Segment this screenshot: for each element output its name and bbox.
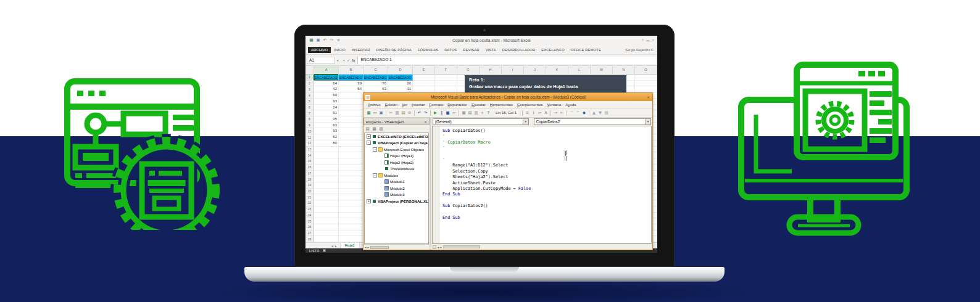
cell-a21[interactable] — [314, 194, 339, 200]
cell-b13[interactable] — [339, 147, 363, 153]
select-all-corner[interactable] — [305, 66, 314, 75]
cell-b8[interactable] — [339, 116, 363, 123]
project-hscrollbar[interactable]: ◂▸ — [363, 244, 430, 250]
uncomment-block-icon[interactable]: ” — [575, 110, 581, 116]
cut-icon[interactable]: ✂ — [388, 110, 394, 116]
cell-a14[interactable] — [314, 152, 339, 158]
cell-b16[interactable] — [339, 165, 363, 171]
cell-c2[interactable]: 76 — [363, 81, 388, 87]
vba-menu-depuraci-n[interactable]: Depuración — [447, 102, 467, 107]
cell-f1[interactable] — [435, 75, 457, 81]
vba-menu-ver[interactable]: Ver — [402, 102, 407, 107]
sheet-next-icon[interactable]: ▸ — [335, 244, 337, 248]
dropdown-arrow-icon[interactable]: ▾ — [645, 119, 650, 124]
cell-b17[interactable] — [339, 171, 363, 177]
collapse-icon[interactable]: - — [373, 173, 377, 178]
vba-menu-formato[interactable]: Formato — [429, 102, 443, 107]
cell-a19[interactable] — [314, 182, 339, 189]
view-object-icon[interactable]: ▦ — [372, 126, 377, 132]
column-header-l[interactable]: L — [568, 66, 591, 75]
tree-item-m-dulo1[interactable]: Módulo1 — [365, 179, 428, 186]
cell-b20[interactable] — [339, 189, 363, 195]
cell-a26[interactable] — [314, 224, 339, 231]
code-hscrollbar[interactable]: ◂▸ — [431, 243, 652, 250]
cell-a11[interactable]: 52 — [314, 134, 339, 141]
list-properties-icon[interactable]: ≡ — [525, 110, 530, 116]
row-header-4[interactable]: 4 — [305, 92, 314, 99]
insert-userform-icon[interactable]: ▭ — [372, 110, 378, 116]
copy-icon[interactable]: ▥ — [394, 110, 400, 116]
row-header-15[interactable]: 15 — [305, 158, 314, 165]
break-icon[interactable]: ‖ — [439, 110, 444, 116]
project-explorer-icon[interactable]: ▦ — [461, 110, 467, 116]
ribbon-tab-exceleinfo[interactable]: EXCELeINFO — [538, 47, 567, 53]
cell-a20[interactable] — [314, 189, 339, 195]
cell-o2[interactable] — [635, 81, 657, 87]
quick-info-icon[interactable]: i — [531, 110, 536, 116]
column-header-f[interactable]: F — [435, 66, 457, 75]
vba-menu-archivo[interactable]: Archivo — [368, 102, 381, 107]
help-icon[interactable]: ? — [486, 110, 491, 116]
cell-e3[interactable] — [413, 86, 435, 92]
vba-close-icon[interactable]: × — [647, 95, 652, 99]
row-header-10[interactable]: 10 — [305, 128, 314, 134]
name-box[interactable]: A1 — [307, 57, 335, 64]
code-editor[interactable]: Sub CopiarDatos()'' CopiarDatos Macro' '… — [432, 126, 652, 243]
scroll-left-icon[interactable]: ◂ — [365, 245, 367, 249]
cell-a13[interactable] — [314, 147, 339, 153]
cell-b2[interactable]: 39 — [339, 81, 363, 87]
cell-b15[interactable] — [339, 158, 363, 165]
cell-b14[interactable] — [339, 152, 363, 158]
column-header-m[interactable]: M — [591, 66, 613, 75]
cancel-icon[interactable]: × — [343, 59, 346, 62]
row-header-18[interactable]: 18 — [305, 176, 314, 182]
cell-a28[interactable] — [314, 236, 339, 242]
ribbon-tab-desarrollador[interactable]: DESARROLLADOR — [499, 47, 539, 53]
cell-o1[interactable] — [635, 75, 657, 81]
cell-o3[interactable] — [635, 86, 657, 92]
redo-icon[interactable]: ↷ — [329, 38, 334, 43]
cell-b26[interactable] — [339, 224, 363, 231]
cell-a18[interactable] — [314, 176, 339, 182]
column-header-b[interactable]: B — [339, 66, 363, 75]
cell-b18[interactable] — [339, 176, 363, 182]
paste-icon[interactable]: ▤ — [401, 110, 406, 116]
cell-d3[interactable]: 11 — [388, 86, 413, 92]
formula-input[interactable]: ENCABEZADO 1 — [357, 57, 656, 64]
cell-b9[interactable] — [339, 123, 363, 129]
redo-icon[interactable]: ↷ — [423, 110, 428, 116]
column-header-k[interactable]: K — [546, 66, 568, 75]
cell-a24[interactable] — [314, 213, 339, 219]
cell-c1[interactable]: ENCABEZADO 3 — [363, 75, 388, 81]
cell-a16[interactable] — [314, 165, 339, 171]
undo-icon[interactable]: ↶ — [417, 110, 422, 116]
save-icon[interactable]: ▣ — [378, 110, 384, 116]
row-header-16[interactable]: 16 — [305, 165, 314, 171]
row-header-3[interactable]: 3 — [305, 86, 314, 92]
cell-a4[interactable]: 60 — [314, 92, 339, 99]
ribbon-tab-archivo[interactable]: ARCHIVO — [308, 47, 331, 53]
maximize-icon[interactable]: ▭ — [646, 38, 650, 43]
cell-b1[interactable]: ENCABEZADO 2 — [339, 75, 363, 81]
cell-c3[interactable]: 63 — [363, 86, 388, 92]
ribbon-tab-f-rmulas[interactable]: FÓRMULAS — [415, 47, 441, 53]
column-header-i[interactable]: I — [502, 66, 524, 75]
row-header-26[interactable]: 26 — [305, 224, 314, 231]
cell-a12[interactable]: 80 — [314, 141, 339, 147]
column-header-c[interactable]: C — [363, 66, 388, 75]
row-header-7[interactable]: 7 — [305, 110, 314, 116]
outdent-icon[interactable]: ← — [559, 110, 565, 116]
row-header-24[interactable]: 24 — [305, 213, 314, 219]
cell-e1[interactable] — [413, 75, 435, 81]
row-header-19[interactable]: 19 — [305, 182, 314, 189]
tree-item-exceleinfo-exceleinfo-xlam-[interactable]: +EXCELeINFO (EXCELeINFO.xlam) — [365, 133, 428, 140]
row-header-22[interactable]: 22 — [305, 200, 314, 206]
design-mode-icon[interactable]: ▱ — [451, 110, 457, 116]
cell-a22[interactable] — [314, 200, 339, 206]
column-header-e[interactable]: E — [413, 66, 435, 75]
tree-item-m-dulo2[interactable]: Módulo2 — [365, 185, 428, 192]
column-header-a[interactable]: A — [314, 66, 339, 75]
ribbon-tab-office-remote[interactable]: OFFICE REMOTE — [568, 47, 604, 53]
view-code-icon[interactable]: ▤ — [365, 126, 370, 132]
cell-a25[interactable] — [314, 218, 339, 224]
